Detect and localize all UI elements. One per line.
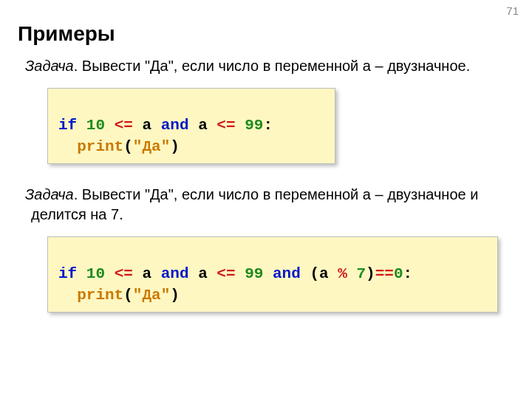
task-2-body: . Вывести "Да", если число в переменной …	[31, 186, 478, 222]
task-2-text: Задача. Вывести "Да", если число в перем…	[31, 185, 508, 225]
code2-a1: a	[142, 265, 151, 282]
code1-colon: :	[263, 117, 273, 134]
code1-str: "Да"	[133, 138, 170, 155]
code2-99: 99	[245, 265, 263, 282]
page-title: Примеры	[18, 22, 508, 46]
code2-and2: and	[273, 265, 301, 282]
code1-rpar: )	[170, 138, 180, 155]
code2-a3: a	[319, 265, 329, 282]
code1-and: and	[161, 117, 189, 134]
slide-content: Примеры Задача. Вывести "Да", если число…	[0, 0, 532, 333]
code1-lpar: (	[123, 138, 133, 155]
code2-rpar2: )	[170, 287, 180, 304]
code2-eq: ==	[375, 265, 394, 282]
code2-if: if	[58, 265, 77, 282]
code2-lpar1: (	[310, 265, 319, 282]
task-1-body: . Вывести "Да", если число в переменной …	[74, 58, 470, 74]
page-number: 71	[506, 4, 519, 17]
code2-7: 7	[356, 265, 366, 282]
task-1-text: Задача. Вывести "Да", если число в перем…	[31, 56, 508, 76]
code1-a1: a	[142, 117, 151, 134]
code2-le2: <=	[216, 265, 235, 282]
code2-a2: a	[198, 265, 208, 282]
code1-print: print	[77, 138, 123, 155]
code1-99: 99	[245, 117, 263, 134]
code1-if: if	[58, 117, 77, 134]
code1-le1: <=	[115, 117, 133, 134]
code2-lpar2: (	[123, 287, 133, 304]
code-block-1: if 10 <= a and a <= 99: print("Да")	[47, 88, 335, 164]
code2-print: print	[77, 287, 123, 304]
code2-10: 10	[86, 265, 105, 282]
code1-10: 10	[86, 117, 105, 134]
task-2-label: Задача	[25, 186, 74, 202]
code2-le1: <=	[115, 265, 133, 282]
code2-colon: :	[403, 265, 413, 282]
task-1-label: Задача	[25, 58, 74, 74]
code1-a2: a	[198, 117, 208, 134]
code2-str: "Да"	[133, 287, 170, 304]
code2-mod: %	[338, 265, 347, 282]
code2-rpar1: )	[366, 265, 375, 282]
code2-and1: and	[161, 265, 189, 282]
code-block-2: if 10 <= a and a <= 99 and (a % 7)==0: p…	[47, 236, 498, 313]
code1-le2: <=	[216, 117, 235, 134]
code2-0: 0	[394, 265, 403, 282]
